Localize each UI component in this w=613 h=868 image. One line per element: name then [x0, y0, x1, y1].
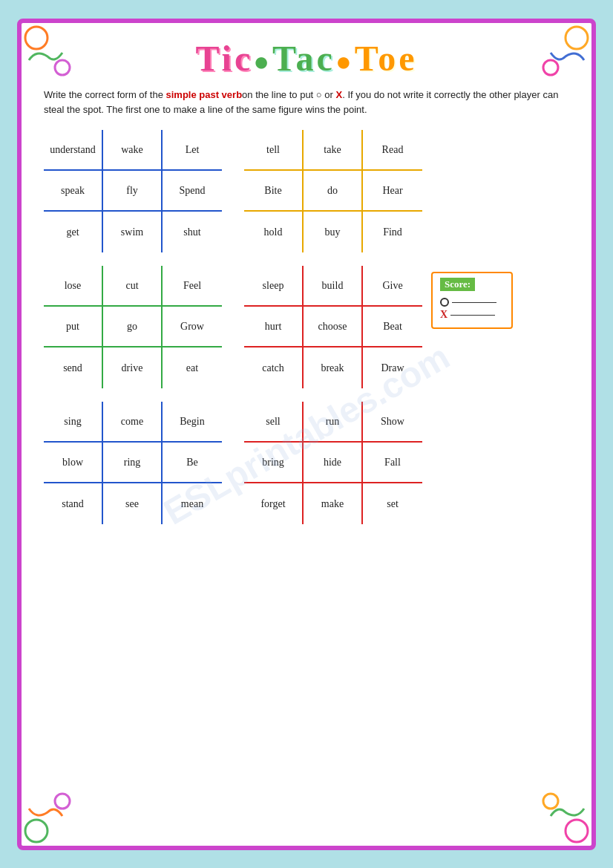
grid-3: lose cut Feel put go Grow send drive eat — [44, 266, 222, 388]
cell-3-3: Feel — [163, 266, 222, 307]
corner-br-deco — [532, 786, 591, 846]
title-tac: Tac — [272, 39, 335, 78]
row-1: understand wake Let speak fly Spend get … — [44, 130, 569, 252]
instructions-x: X — [336, 89, 343, 100]
score-circle-icon — [440, 298, 449, 307]
cell-3-8: drive — [103, 347, 163, 388]
cell-6-1: sell — [244, 402, 304, 443]
grid-2: tell take Read Bite do Hear hold buy Fin… — [244, 130, 422, 252]
svg-point-2 — [566, 27, 588, 49]
corner-tl-deco — [22, 23, 81, 82]
cell-1-4: speak — [44, 171, 103, 212]
cell-2-4: Bite — [244, 171, 304, 212]
instructions-circle: ○ — [316, 89, 322, 100]
instructions-or: or — [322, 89, 336, 100]
cell-3-1: lose — [44, 266, 103, 307]
cell-5-3: Begin — [163, 402, 222, 443]
cell-4-6: Beat — [363, 307, 422, 347]
cell-6-7: forget — [244, 483, 304, 524]
instructions-bold: simple past verb — [165, 89, 242, 100]
score-x-line — [450, 315, 495, 316]
cell-4-4: hurt — [244, 307, 304, 347]
score-x-icon: X — [440, 309, 448, 321]
cell-1-8: swim — [103, 212, 163, 252]
svg-point-1 — [55, 60, 70, 75]
cell-4-1: sleep — [244, 266, 304, 307]
cell-5-7: stand — [44, 483, 103, 524]
cell-6-3: Show — [363, 402, 422, 443]
title-dot2: ● — [335, 47, 355, 76]
grid-4: sleep build Give hurt choose Beat catch … — [244, 266, 422, 388]
cell-1-9: shut — [163, 212, 222, 252]
cell-2-1: tell — [244, 130, 304, 171]
cell-5-2: come — [103, 402, 163, 443]
cell-6-2: run — [304, 402, 363, 443]
page: Tic●Tac●Toe Write the correct form of th… — [17, 19, 596, 850]
grid-5: sing come Begin blow ring Be stand see m… — [44, 402, 222, 524]
title-dot1: ● — [253, 47, 272, 76]
row-3: sing come Begin blow ring Be stand see m… — [44, 402, 569, 524]
cell-5-9: mean — [163, 483, 222, 524]
cell-1-1: understand — [44, 130, 103, 171]
svg-point-7 — [543, 794, 558, 809]
row-2: lose cut Feel put go Grow send drive eat… — [44, 266, 569, 388]
cell-5-4: blow — [44, 443, 103, 483]
cell-1-2: wake — [103, 130, 163, 171]
cell-3-7: send — [44, 347, 103, 388]
cell-2-8: buy — [304, 212, 363, 252]
cell-5-1: sing — [44, 402, 103, 443]
cell-6-8: make — [304, 483, 363, 524]
score-x-row: X — [440, 309, 504, 321]
grids-container: understand wake Let speak fly Spend get … — [44, 130, 569, 524]
svg-point-0 — [25, 27, 47, 49]
cell-4-9: Draw — [363, 347, 422, 388]
grid4-with-score: sleep build Give hurt choose Beat catch … — [244, 266, 513, 388]
cell-2-7: hold — [244, 212, 304, 252]
cell-3-2: cut — [103, 266, 163, 307]
cell-2-9: Find — [363, 212, 422, 252]
title: Tic●Tac●Toe — [195, 39, 417, 78]
cell-5-8: see — [103, 483, 163, 524]
cell-4-3: Give — [363, 266, 422, 307]
svg-point-5 — [55, 794, 70, 809]
cell-2-5: do — [304, 171, 363, 212]
score-box: Score: X — [431, 272, 513, 329]
cell-3-5: go — [103, 307, 163, 347]
cell-4-5: choose — [304, 307, 363, 347]
svg-point-6 — [566, 820, 588, 842]
cell-1-3: Let — [163, 130, 222, 171]
cell-1-6: Spend — [163, 171, 222, 212]
cell-6-9: set — [363, 483, 422, 524]
instructions-text1: Write the correct form of the — [44, 89, 165, 100]
corner-tr-deco — [532, 23, 591, 82]
cell-2-6: Hear — [363, 171, 422, 212]
instructions-text2: on the line to put — [242, 89, 316, 100]
instructions: Write the correct form of the simple pas… — [44, 88, 569, 119]
score-label: Score: — [440, 278, 475, 291]
cell-5-5: ring — [103, 443, 163, 483]
grid-1: understand wake Let speak fly Spend get … — [44, 130, 222, 252]
cell-4-7: catch — [244, 347, 304, 388]
cell-5-6: Be — [163, 443, 222, 483]
svg-point-4 — [25, 820, 47, 842]
cell-4-2: build — [304, 266, 363, 307]
svg-point-3 — [543, 60, 558, 75]
title-tic: Tic — [195, 39, 253, 78]
cell-4-8: break — [304, 347, 363, 388]
cell-3-4: put — [44, 307, 103, 347]
cell-1-7: get — [44, 212, 103, 252]
title-toe: Toe — [355, 39, 418, 78]
cell-6-6: Fall — [363, 443, 422, 483]
cell-2-2: take — [304, 130, 363, 171]
cell-3-9: eat — [163, 347, 222, 388]
corner-bl-deco — [22, 786, 81, 846]
score-circle-row — [440, 298, 504, 307]
cell-6-4: bring — [244, 443, 304, 483]
cell-1-5: fly — [103, 171, 163, 212]
score-circle-line — [452, 302, 496, 303]
grid-6: sell run Show bring hide Fall forget mak… — [244, 402, 422, 524]
cell-2-3: Read — [363, 130, 422, 171]
cell-3-6: Grow — [163, 307, 222, 347]
title-area: Tic●Tac●Toe — [44, 38, 569, 79]
cell-6-5: hide — [304, 443, 363, 483]
